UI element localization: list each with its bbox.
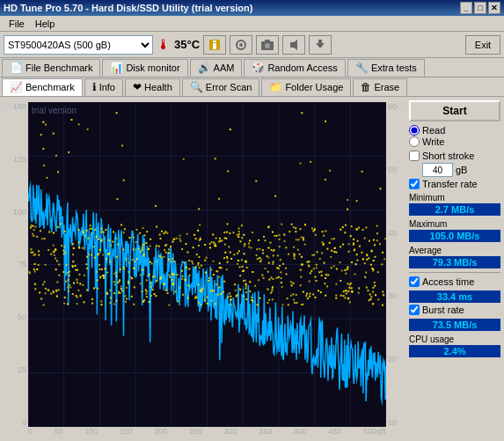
radio-read[interactable] [409, 125, 420, 136]
title-text: HD Tune Pro 5.70 - Hard Disk/SSD Utility… [4, 3, 252, 13]
tab-aam-label: AAM [214, 62, 235, 73]
exit-button[interactable]: Exit [465, 35, 500, 55]
toolbar-btn-4[interactable] [282, 35, 305, 55]
menu-file[interactable]: File [4, 18, 30, 30]
transfer-rate-row: Transfer rate [409, 179, 500, 189]
maximize-button[interactable]: □ [474, 2, 486, 14]
title-bar: HD Tune Pro 5.70 - Hard Disk/SSD Utility… [0, 0, 504, 16]
radio-write[interactable] [409, 136, 420, 147]
read-write-radio-group: Read Write [409, 123, 500, 149]
tab-disk-monitor-label: Disk monitor [126, 62, 179, 73]
divider-1 [409, 272, 500, 273]
file-benchmark-icon: 📄 [10, 62, 23, 74]
tab-info[interactable]: ℹ Info [84, 78, 123, 96]
burst-rate-check-label: Burst rate [422, 305, 464, 315]
tab-health[interactable]: ❤ Health [125, 78, 180, 96]
y-axis-right-labels: 60 50 40 30 20 10 [386, 100, 405, 437]
maximum-stat: Maximum 105.0 MB/s [409, 219, 500, 242]
svg-rect-1 [213, 43, 216, 49]
average-label: Average [409, 246, 500, 256]
aam-icon: 🔊 [198, 62, 211, 74]
cpu-usage-stat: CPU usage 2.4% [409, 334, 500, 357]
average-value: 79.3 MB/s [409, 256, 500, 268]
toolbar: ST9500420AS (500 gB) 🌡 35°C Exit [0, 32, 504, 58]
svg-rect-7 [265, 40, 270, 42]
toolbar-btn-3[interactable] [256, 35, 279, 55]
tab-info-label: Info [99, 82, 115, 92]
minimum-label: Minimum [409, 193, 500, 203]
tab-error-scan[interactable]: 🔍 Error Scan [182, 78, 260, 96]
short-stroke-label: Short stroke [422, 151, 474, 161]
cpu-usage-value: 2.4% [409, 345, 500, 357]
drive-select[interactable]: ST9500420AS (500 gB) [4, 35, 153, 55]
tab-file-benchmark[interactable]: 📄 File Benchmark [2, 59, 100, 77]
y-right-50: 50 [388, 165, 405, 174]
y-left-100: 100 [4, 208, 26, 217]
watermark: trial version [32, 106, 77, 115]
cpu-usage-label: CPU usage [409, 334, 500, 345]
y-left-75: 75 [4, 260, 26, 268]
y-left-25: 25 [4, 365, 26, 374]
x-100: 100 [84, 427, 98, 437]
access-time-checkbox[interactable] [409, 276, 420, 287]
tab-aam[interactable]: 🔊 AAM [190, 59, 243, 77]
tab-erase-label: Erase [374, 82, 399, 92]
minimum-value: 2.7 MB/s [409, 203, 500, 216]
tab-extra-tests[interactable]: 🔧 Extra tests [347, 59, 425, 77]
x-150: 150 [120, 427, 133, 437]
stroke-unit-label: gB [456, 165, 467, 175]
radio-read-label: Read [422, 125, 445, 136]
extra-tests-icon: 🔧 [355, 62, 369, 74]
close-button[interactable]: ✕ [488, 2, 500, 14]
tab-benchmark-label: Benchmark [26, 82, 75, 92]
chart-inner: trial version [28, 102, 386, 427]
toolbar-btn-2[interactable] [230, 35, 252, 55]
y-right-10: 10 [388, 418, 405, 427]
radio-row-read: Read [409, 125, 500, 136]
stroke-input-row: gB [409, 163, 500, 177]
svg-rect-2 [213, 40, 216, 42]
transfer-rate-label: Transfer rate [422, 179, 478, 189]
maximum-value: 105.0 MB/s [409, 230, 500, 242]
minimize-button[interactable]: _ [460, 2, 472, 14]
x-250: 250 [189, 427, 202, 437]
disk-monitor-icon: 📊 [110, 62, 123, 74]
toolbar-btn-5[interactable] [309, 35, 332, 55]
y-right-60: 60 [388, 102, 405, 111]
x-200: 200 [154, 427, 167, 437]
stroke-value-input[interactable] [422, 163, 453, 177]
main-content: MB/s ms 150 125 100 75 50 25 0 60 50 40 … [0, 97, 504, 441]
y-left-50: 50 [4, 312, 26, 321]
tab-erase[interactable]: 🗑 Erase [353, 78, 407, 96]
y-left-0: 0 [4, 418, 26, 427]
y-right-30: 30 [388, 291, 405, 300]
tab-random-access-label: Random Access [267, 62, 337, 73]
transfer-rate-checkbox[interactable] [409, 179, 420, 189]
radio-write-label: Write [422, 136, 444, 147]
access-time-stat: 33.4 ms [409, 290, 500, 303]
menu-help[interactable]: Help [30, 18, 61, 30]
burst-rate-stat: 73.5 MB/s [409, 319, 500, 331]
x-350: 350 [259, 427, 272, 437]
tab-benchmark[interactable]: 📈 Benchmark [2, 78, 83, 96]
tab-random-access[interactable]: 🎲 Random Access [244, 59, 345, 77]
erase-icon: 🗑 [361, 81, 371, 93]
maximum-label: Maximum [409, 219, 500, 230]
chart-wrapper: MB/s ms 150 125 100 75 50 25 0 60 50 40 … [4, 100, 405, 437]
svg-marker-8 [290, 40, 297, 50]
start-button[interactable]: Start [409, 100, 500, 121]
short-stroke-checkbox[interactable] [409, 151, 420, 161]
toolbar-btn-1[interactable] [203, 35, 226, 55]
right-panel: Start Read Write Short stroke gB Transfe… [407, 97, 504, 441]
benchmark-icon: 📈 [10, 81, 23, 93]
x-400: 400 [294, 427, 307, 437]
tab-folder-usage[interactable]: 📁 Folder Usage [261, 78, 351, 96]
burst-rate-checkbox[interactable] [409, 305, 420, 315]
short-stroke-row: Short stroke [409, 151, 500, 161]
folder-usage-icon: 📁 [269, 81, 282, 93]
access-time-check-label: Access time [422, 276, 474, 287]
y-left-150: 150 [4, 102, 26, 111]
y-axis-left-labels: 150 125 100 75 50 25 0 [4, 100, 28, 437]
tab-disk-monitor[interactable]: 📊 Disk monitor [102, 59, 187, 77]
temperature-display: 35°C [174, 38, 200, 51]
